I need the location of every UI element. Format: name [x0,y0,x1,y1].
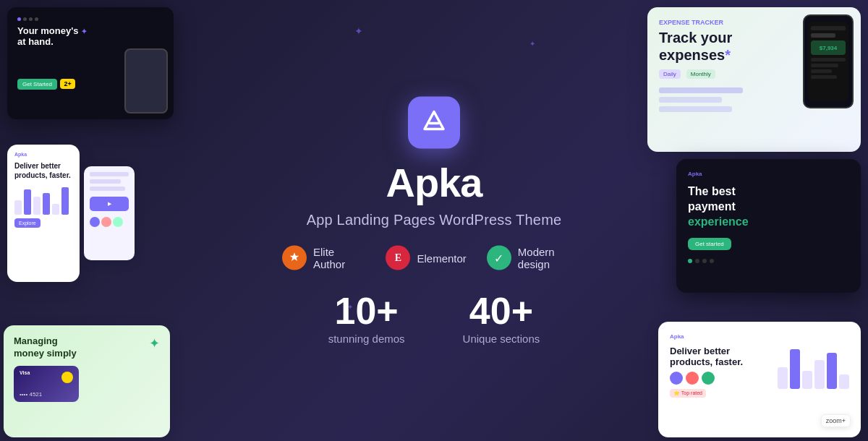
bottom-left-title: Managingmoney simply [14,335,160,360]
app-logo [408,97,460,149]
mid-right-logo: Apka [688,171,849,177]
mid-left-headline: Deliver better products, faster. [14,161,72,180]
stat-sections-label: Unique sections [463,333,540,345]
bottom-right-left-col: Deliver better products, faster. ⭐ Top r… [670,346,769,398]
mid-left-logo: Apka [14,152,72,157]
sparkle-decoration: ✦ [529,40,535,48]
phone-bar [811,33,835,38]
br-bar [802,371,812,389]
bottom-right-avatars [670,372,769,385]
top-right-amount: $7,934 [820,45,837,51]
phone-bar [811,58,846,61]
center-content: Apka App Landing Pages WordPress Theme E… [282,97,586,345]
elementor-label: Elementor [417,252,466,264]
stat-sections-number: 40+ [469,292,533,330]
bottom-right-logo: Apka [670,333,849,340]
phone-bar [811,26,846,30]
top-left-btn: Get Started [17,79,57,90]
phone-bar [811,64,838,67]
preview-bottom-right: Apka Deliver better products, faster. ⭐ … [658,322,861,437]
br-bar [839,374,849,389]
modern-design-icon: ✓ [487,246,511,270]
mini-btn: ▶ [90,197,129,211]
mid-right-title-line1: The best [688,185,736,197]
badges-row: Elite Author E Elementor ✓ Modern design [282,246,586,270]
top-right-eyebrow: EXPENSE TRACKER [659,19,764,26]
mid-right-title-line2: payment [688,200,736,213]
main-background: ✦ ✦ ✦ Apka App Landing Pages WordPress T… [0,0,868,441]
mid-left-chart [14,186,72,215]
top-left-badge: 2+ [60,79,75,89]
mid-right-title: The best payment experience [688,184,849,229]
elite-author-icon [282,246,307,270]
card-label: Visa [20,370,30,375]
stat-sections: 40+ Unique sections [463,292,540,345]
mini-btn-text: ▶ [108,201,111,207]
stat-demos-label: stunning demos [328,333,405,345]
elementor-icon: E [386,246,410,270]
stat-demos: 10+ stunning demos [328,292,405,345]
logo-svg [419,108,449,138]
modern-design-label: Modern design [518,246,586,270]
bottom-left-card-visual: Visa •••• 4521 [14,366,79,402]
mid-right-dots [688,259,849,263]
br-bar [814,360,825,389]
mid-right-title-green: experience [688,215,749,228]
mid-left-btn: Explore [14,218,41,228]
br-bar-highlight [827,353,837,389]
badge-elementor: E Elementor [386,246,466,270]
preview-top-left: Your money's ✦at hand. Get Started 2+ [7,7,174,119]
stats-row: 10+ stunning demos 40+ Unique sections [328,292,540,345]
top-right-table [659,87,764,112]
top-left-phone [124,48,168,114]
mid-left-card-main: Apka Deliver better products, faster. Ex… [7,145,80,282]
br-avatar-1 [670,372,683,385]
phone-amount-block: $7,934 [811,40,846,55]
br-avatar-2 [686,372,699,385]
card-number: •••• 4521 [20,391,42,398]
sparkle-decoration: ✦ [354,25,363,37]
preview-mid-right: Apka The best payment experience Get sta… [676,159,861,293]
br-avatar-3 [702,372,715,385]
preview-bottom-left: Managingmoney simply Visa •••• 4521 ✦ [4,325,170,437]
top-right-title: Track yourexpenses* [659,29,764,64]
badge-elite-author: Elite Author [282,246,365,270]
preview-mid-left: Apka Deliver better products, faster. Ex… [7,145,181,289]
top-left-title: Your money's ✦at hand. [17,25,163,47]
stat-demos-number: 10+ [335,292,399,330]
phone-bar [811,69,832,73]
mid-left-card-small: ▶ [84,166,135,260]
phone-bar [811,75,837,79]
br-bar [778,367,788,389]
bottom-right-chart [778,346,849,389]
badge-modern-design: ✓ Modern design [487,246,586,270]
bottom-right-badge: ⭐ Top rated [670,389,706,398]
preview-top-right: EXPENSE TRACKER Track yourexpenses* Dail… [647,7,861,152]
mid-right-btn: Get started [688,238,731,250]
bottom-right-title: Deliver better products, faster. [670,346,769,367]
app-subtitle: App Landing Pages WordPress Theme [307,212,562,228]
elite-author-label: Elite Author [313,246,365,270]
bottom-left-sparkle: ✦ [149,335,160,351]
app-title: Apka [386,159,482,206]
br-bar-highlight [790,349,800,389]
top-right-tag1: Daily [659,69,681,79]
top-right-phone: $7,934 [803,14,854,108]
star-badge-icon [288,252,301,265]
mini-avatars [90,217,129,227]
top-right-tag2: Monthly [686,69,715,79]
bottom-right-zoom-badge: zoom+ [821,414,851,427]
